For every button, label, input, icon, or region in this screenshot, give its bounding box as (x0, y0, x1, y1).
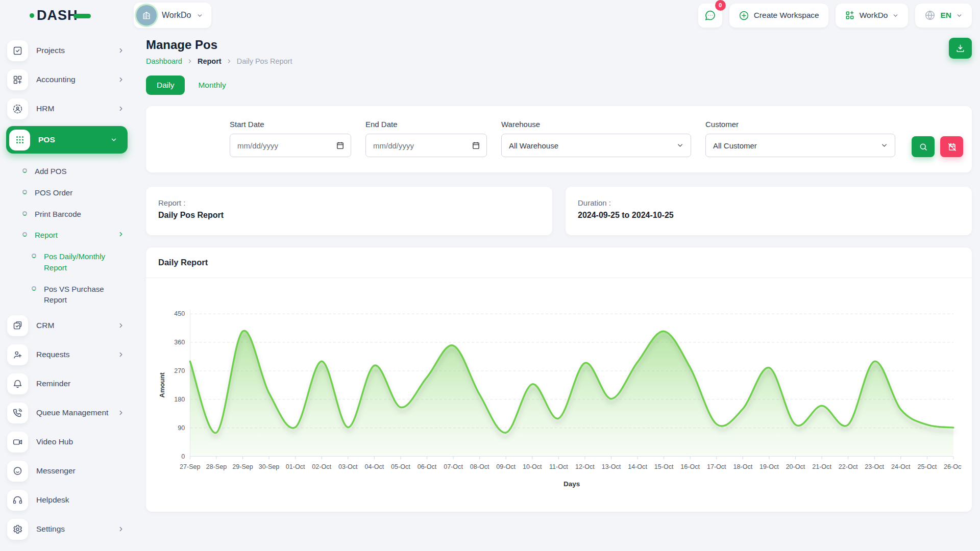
svg-text:25-Oct: 25-Oct (918, 463, 937, 470)
report-period-tabs: Daily Monthly (146, 76, 972, 95)
chart-title: Daily Report (158, 258, 208, 267)
svg-text:21-Oct: 21-Oct (812, 463, 831, 470)
language-selector[interactable]: EN (915, 4, 972, 28)
language-label: EN (940, 11, 951, 20)
video-camera-icon (12, 437, 23, 447)
svg-text:23-Oct: 23-Oct (865, 463, 884, 470)
warehouse-label: Warehouse (501, 120, 691, 129)
svg-text:26-Oct: 26-Oct (944, 463, 962, 470)
accounting-grid-plus-icon (12, 74, 23, 85)
chevron-right-icon (226, 58, 232, 64)
download-icon (955, 43, 965, 53)
workspace-selector[interactable]: WorkDo (134, 3, 211, 28)
messenger-chat-icon (12, 466, 23, 477)
duration-summary-card: Duration : 2024-09-25 to 2024-10-25 (566, 187, 972, 235)
svg-text:07-Oct: 07-Oct (444, 463, 463, 470)
svg-text:22-Oct: 22-Oct (839, 463, 858, 470)
svg-text:06-Oct: 06-Oct (418, 463, 437, 470)
apply-filter-button[interactable] (912, 136, 935, 157)
sidebar-item-crm[interactable]: CRM (7, 314, 128, 337)
filter-panel: Start Date End Date Warehouse All Wareho… (146, 106, 972, 172)
workspace-name: WorkDo (162, 11, 191, 20)
reminder-bell-icon (12, 379, 23, 389)
svg-text:11-Oct: 11-Oct (549, 463, 568, 470)
sidebar-item-reminder[interactable]: Reminder (7, 372, 128, 395)
workspace-menu-button[interactable]: WorkDo (836, 4, 909, 28)
bullet-icon (32, 286, 36, 291)
bullet-icon (32, 254, 36, 258)
sidebar: Projects Accounting HRM POS Add POS POS … (0, 31, 134, 551)
bullet-icon (22, 168, 27, 173)
start-date-label: Start Date (230, 120, 351, 129)
crm-box-icon (12, 320, 23, 331)
chevron-right-icon (117, 231, 125, 238)
bullet-icon (22, 232, 27, 237)
download-button[interactable] (949, 38, 972, 59)
svg-text:04-Oct: 04-Oct (365, 463, 384, 470)
sidebar-item-pos[interactable]: POS (6, 126, 128, 154)
projects-checkbox-icon (12, 45, 23, 56)
sidebar-item-queue-management[interactable]: Queue Management (7, 401, 128, 424)
logo-text: DASH (37, 8, 78, 23)
customer-label: Customer (705, 120, 895, 129)
svg-text:13-Oct: 13-Oct (602, 463, 621, 470)
svg-text:02-Oct: 02-Oct (312, 463, 331, 470)
reset-filter-button[interactable] (940, 136, 963, 157)
sidebar-subitem-pos-vs-purchase-report[interactable]: Pos VS Purchase Report (32, 279, 128, 311)
sidebar-subitem-add-pos[interactable]: Add POS (22, 161, 128, 182)
chevron-right-icon (117, 76, 125, 83)
sidebar-subitem-pos-daily-monthly-report[interactable]: Pos Daily/Monthly Report (32, 246, 128, 279)
duration-value: 2024-09-25 to 2024-10-25 (578, 211, 960, 220)
sidebar-subitem-report[interactable]: Report (22, 224, 128, 246)
messages-button[interactable]: 0 (698, 4, 722, 28)
svg-text:180: 180 (174, 396, 185, 403)
bullet-icon (22, 190, 27, 194)
breadcrumb-dashboard-link[interactable]: Dashboard (146, 57, 182, 65)
svg-text:450: 450 (174, 310, 185, 317)
sidebar-item-projects[interactable]: Projects (7, 39, 128, 62)
chevron-down-icon (110, 136, 117, 143)
svg-text:12-Oct: 12-Oct (575, 463, 595, 470)
breadcrumb-report-link[interactable]: Report (198, 57, 222, 65)
calendar-icon (336, 141, 345, 150)
page-title: Manage Pos (146, 38, 292, 52)
start-date-input[interactable] (230, 134, 351, 157)
daily-report-area-chart: 09018027036045027-Sep28-Sep29-Sep30-Sep0… (156, 298, 962, 504)
svg-text:19-Oct: 19-Oct (760, 463, 779, 470)
settings-gear-icon (12, 524, 23, 535)
warehouse-select[interactable]: All Warehouse (501, 134, 691, 157)
chevron-right-icon (117, 47, 125, 54)
chat-bubble-icon (704, 9, 716, 21)
sidebar-subitem-print-barcode[interactable]: Print Barcode (22, 204, 128, 225)
report-submenu: Pos Daily/Monthly Report Pos VS Purchase… (22, 246, 128, 311)
duration-label: Duration : (578, 198, 960, 207)
sidebar-item-settings[interactable]: Settings (7, 517, 128, 541)
sidebar-item-video-hub[interactable]: Video Hub (7, 430, 128, 454)
tab-monthly[interactable]: Monthly (198, 81, 226, 90)
create-workspace-button[interactable]: Create Workspace (729, 4, 828, 28)
customer-select[interactable]: All Customer (705, 134, 895, 157)
svg-text:28-Sep: 28-Sep (206, 463, 227, 470)
svg-text:90: 90 (178, 424, 185, 432)
chevron-down-icon (197, 12, 203, 19)
end-date-input[interactable] (365, 134, 487, 157)
queue-phone-icon (12, 408, 23, 418)
sidebar-item-hrm[interactable]: HRM (7, 97, 128, 120)
sidebar-item-helpdesk[interactable]: Helpdesk (7, 488, 128, 512)
sidebar-subitem-pos-order[interactable]: POS Order (22, 182, 128, 204)
svg-text:05-Oct: 05-Oct (391, 463, 410, 470)
svg-text:09-Oct: 09-Oct (496, 463, 516, 470)
sidebar-item-requests[interactable]: Requests (7, 343, 128, 366)
helpdesk-headset-icon (12, 495, 23, 506)
sidebar-item-accounting[interactable]: Accounting (7, 68, 128, 91)
svg-text:01-Oct: 01-Oct (286, 463, 305, 470)
report-value: Daily Pos Report (158, 211, 540, 220)
svg-text:10-Oct: 10-Oct (523, 463, 542, 470)
sidebar-item-messenger[interactable]: Messenger (7, 459, 128, 483)
svg-text:03-Oct: 03-Oct (338, 463, 358, 470)
svg-text:27-Sep: 27-Sep (180, 463, 200, 470)
tab-daily[interactable]: Daily (146, 76, 185, 95)
building-icon (141, 10, 152, 20)
chevron-down-icon (956, 12, 963, 19)
pos-dots-grid-icon (14, 134, 26, 145)
